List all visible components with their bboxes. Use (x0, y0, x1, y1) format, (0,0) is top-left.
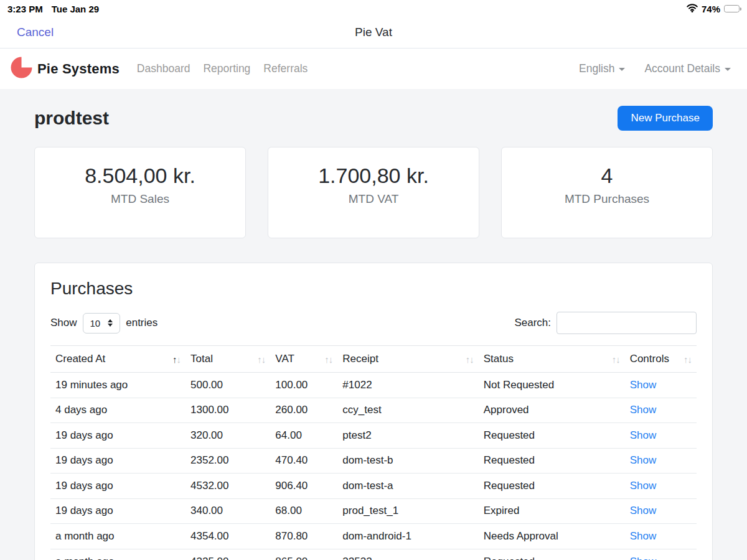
show-link[interactable]: Show (630, 454, 657, 466)
cell-status: Requested (479, 423, 625, 449)
account-details-dropdown[interactable]: Account Details (644, 62, 731, 75)
cell-receipt: prod_test_1 (337, 498, 478, 524)
app-navbar: Pie Systems Dashboard Reporting Referral… (0, 49, 747, 89)
cell-status: Expired (479, 498, 625, 524)
table-controls: Show 10 entries Search: (50, 312, 697, 334)
purchases-title: Purchases (50, 279, 697, 299)
wifi-icon (687, 4, 698, 14)
table-row: a month ago4325.00865.0032532RequestedSh… (50, 549, 697, 560)
purchases-table: Created At ↑↓ Total ↑↓ VAT ↑↓ Receipt ↑↓ (50, 345, 697, 560)
cell-created: a month ago (50, 524, 186, 549)
purchases-table-body: 19 minutes ago500.00100.00#1022Not Reque… (50, 373, 697, 560)
column-header-created-at[interactable]: Created At ↑↓ (50, 346, 186, 373)
cell-vat: 870.80 (270, 524, 337, 549)
cell-receipt: #1022 (337, 373, 478, 398)
cell-controls: Show (625, 524, 697, 549)
pie-logo-icon (10, 56, 33, 82)
cell-controls: Show (625, 498, 697, 524)
status-time: 3:23 PM (7, 4, 43, 14)
column-header-total[interactable]: Total ↑↓ (186, 346, 270, 373)
cancel-button[interactable]: Cancel (17, 26, 54, 39)
column-header-receipt[interactable]: Receipt ↑↓ (337, 346, 478, 373)
cell-vat: 865.00 (270, 549, 337, 560)
stat-value: 8.504,00 kr. (35, 164, 245, 188)
brand-home-link[interactable]: Pie Systems (10, 56, 120, 82)
cell-vat: 260.00 (270, 398, 337, 423)
cell-vat: 906.40 (270, 474, 337, 499)
sort-desc-icon: ↓ (688, 354, 692, 365)
show-link[interactable]: Show (630, 379, 657, 391)
cell-receipt: dom-android-1 (337, 524, 478, 549)
stat-value: 4 (502, 164, 712, 188)
cell-status: Requested (479, 549, 625, 560)
stat-label: MTD VAT (268, 192, 479, 206)
table-row: 19 days ago2352.00470.40dom-test-bReques… (50, 448, 697, 474)
cell-vat: 68.00 (270, 498, 337, 524)
stat-value: 1.700,80 kr. (268, 164, 479, 188)
nav-link-referrals[interactable]: Referrals (263, 62, 308, 75)
page-title: prodtest (34, 108, 109, 129)
cell-total: 4325.00 (186, 549, 270, 560)
page-size-select[interactable]: 10 (83, 313, 121, 334)
ios-status-bar: 3:23 PM Tue Jan 29 74% (0, 0, 747, 16)
cell-controls: Show (625, 398, 697, 423)
brand-name: Pie Systems (37, 61, 120, 77)
column-header-controls[interactable]: Controls ↑↓ (625, 346, 697, 373)
page-content: prodtest New Purchase 8.504,00 kr. MTD S… (0, 89, 747, 560)
caret-down-icon (619, 68, 625, 71)
modal-title: Pie Vat (355, 26, 392, 39)
column-header-vat[interactable]: VAT ↑↓ (270, 346, 337, 373)
table-header-row: Created At ↑↓ Total ↑↓ VAT ↑↓ Receipt ↑↓ (50, 346, 697, 373)
cell-controls: Show (625, 448, 697, 474)
cell-total: 320.00 (186, 423, 270, 449)
new-purchase-button[interactable]: New Purchase (618, 106, 713, 131)
stat-card-mtd-sales: 8.504,00 kr. MTD Sales (34, 147, 246, 238)
caret-down-icon (725, 68, 731, 71)
show-link[interactable]: Show (630, 429, 657, 441)
nav-links: Dashboard Reporting Referrals (137, 62, 308, 75)
show-link[interactable]: Show (630, 505, 657, 516)
stat-label: MTD Purchases (502, 192, 712, 206)
show-label: Show (50, 317, 77, 329)
search-label: Search: (514, 317, 551, 329)
show-link[interactable]: Show (630, 530, 657, 542)
page-size-value: 10 (90, 318, 101, 329)
navbar-right: English Account Details (579, 62, 731, 75)
cell-status: Requested (479, 448, 625, 474)
show-link[interactable]: Show (630, 556, 657, 560)
cell-vat: 64.00 (270, 423, 337, 449)
show-link[interactable]: Show (630, 480, 657, 492)
cell-created: a month ago (50, 549, 186, 560)
column-header-status[interactable]: Status ↑↓ (479, 346, 625, 373)
cell-created: 19 days ago (50, 498, 186, 524)
table-row: 19 days ago320.0064.00ptest2RequestedSho… (50, 423, 697, 449)
language-dropdown[interactable]: English (579, 62, 625, 75)
cell-created: 19 minutes ago (50, 373, 186, 398)
cell-total: 4354.00 (186, 524, 270, 549)
cell-status: Approved (479, 398, 625, 423)
cell-controls: Show (625, 474, 697, 499)
cell-total: 2352.00 (186, 448, 270, 474)
search-input[interactable] (557, 312, 697, 334)
cell-receipt: dom-test-b (337, 448, 478, 474)
cell-status: Needs Approval (479, 524, 625, 549)
status-date: Tue Jan 29 (52, 4, 99, 14)
table-row: 19 days ago340.0068.00prod_test_1Expired… (50, 498, 697, 524)
search-control: Search: (514, 312, 697, 334)
sort-desc-icon: ↓ (261, 354, 266, 365)
nav-link-dashboard[interactable]: Dashboard (137, 62, 190, 75)
account-dropdown-label: Account Details (644, 62, 720, 75)
status-time-date: 3:23 PM Tue Jan 29 (7, 4, 99, 14)
sort-desc-icon: ↓ (329, 354, 333, 365)
modal-header: Cancel Pie Vat (0, 16, 747, 49)
select-updown-icon (108, 319, 113, 327)
show-link[interactable]: Show (630, 404, 657, 416)
table-row: 4 days ago1300.00260.00ccy_testApprovedS… (50, 398, 697, 423)
stat-card-mtd-vat: 1.700,80 kr. MTD VAT (268, 147, 479, 238)
cell-receipt: ptest2 (337, 423, 478, 449)
cell-created: 19 days ago (50, 474, 186, 499)
cell-controls: Show (625, 423, 697, 449)
nav-link-reporting[interactable]: Reporting (203, 62, 250, 75)
stat-card-mtd-purchases: 4 MTD Purchases (501, 147, 713, 238)
sort-desc-icon: ↓ (469, 354, 474, 365)
